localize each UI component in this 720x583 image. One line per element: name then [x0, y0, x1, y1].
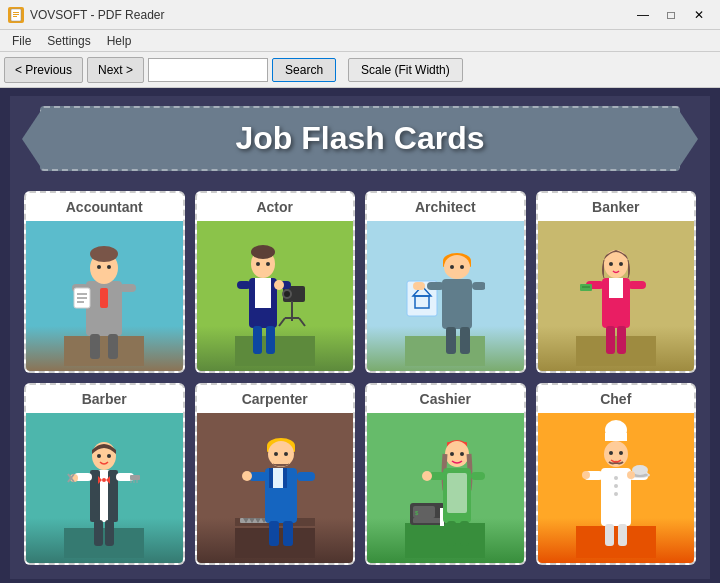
minimize-button[interactable]: — [630, 5, 656, 25]
maximize-button[interactable]: □ [658, 5, 684, 25]
card-cashier-image: $ [367, 413, 524, 563]
svg-rect-30 [255, 278, 271, 308]
svg-rect-53 [576, 336, 656, 366]
svg-rect-17 [90, 334, 100, 359]
svg-point-7 [90, 246, 118, 262]
svg-point-33 [274, 280, 284, 290]
toolbar: < Previous Next > Search Scale (Fit Widt… [0, 52, 720, 88]
card-actor-image [197, 221, 354, 371]
card-barber-title: Barber [26, 385, 183, 413]
page-banner: Job Flash Cards [20, 106, 700, 171]
svg-point-70 [102, 478, 106, 482]
svg-rect-36 [253, 326, 262, 354]
card-accountant: Accountant [24, 191, 185, 373]
card-chef-image [538, 413, 695, 563]
svg-line-25 [279, 318, 285, 326]
svg-rect-114 [471, 472, 485, 480]
svg-rect-3 [13, 16, 17, 17]
svg-point-126 [614, 476, 618, 480]
card-accountant-title: Accountant [26, 193, 183, 221]
card-actor: Actor [195, 191, 356, 373]
window-controls: — □ ✕ [630, 5, 712, 25]
svg-point-97 [242, 471, 252, 481]
cards-grid: Accountant [20, 187, 700, 569]
svg-rect-4 [64, 336, 144, 366]
svg-rect-119 [460, 521, 469, 546]
svg-rect-37 [266, 326, 275, 354]
svg-rect-100 [269, 521, 279, 546]
page-area: Job Flash Cards Accountant [10, 96, 710, 579]
app-title: VOVSOFT - PDF Reader [30, 8, 164, 22]
menu-settings[interactable]: Settings [39, 32, 98, 50]
svg-point-16 [107, 265, 111, 269]
svg-rect-105 [413, 518, 442, 523]
svg-rect-139 [618, 524, 627, 546]
svg-rect-45 [442, 279, 472, 329]
search-button[interactable]: Search [272, 58, 336, 82]
svg-point-128 [614, 492, 618, 496]
card-architect-title: Architect [367, 193, 524, 221]
search-input[interactable] [148, 58, 268, 82]
page-title: Job Flash Cards [236, 120, 485, 156]
svg-point-50 [460, 265, 464, 269]
svg-rect-10 [120, 284, 136, 292]
svg-rect-31 [237, 281, 251, 289]
card-architect: Architect [365, 191, 526, 373]
card-banker-title: Banker [538, 193, 695, 221]
menu-bar: File Settings Help [0, 30, 720, 52]
svg-point-115 [422, 471, 432, 481]
svg-point-127 [614, 484, 618, 488]
svg-point-137 [619, 451, 623, 455]
app-icon [8, 7, 24, 23]
svg-line-26 [299, 318, 305, 326]
svg-point-134 [627, 471, 635, 479]
svg-rect-64 [617, 326, 626, 354]
svg-rect-1 [13, 12, 19, 13]
banner-ribbon: Job Flash Cards [40, 106, 680, 171]
svg-point-117 [460, 452, 464, 456]
svg-rect-83 [105, 520, 114, 546]
card-cashier: Cashier $ [365, 383, 526, 565]
card-cashier-title: Cashier [367, 385, 524, 413]
close-button[interactable]: ✕ [686, 5, 712, 25]
svg-rect-112 [447, 473, 467, 513]
svg-rect-138 [605, 524, 614, 546]
svg-point-15 [97, 265, 101, 269]
svg-point-80 [97, 454, 101, 458]
svg-point-22 [284, 291, 290, 297]
svg-rect-96 [297, 472, 315, 481]
card-carpenter: Carpenter [195, 383, 356, 565]
card-barber-image [26, 413, 183, 563]
svg-point-81 [107, 454, 111, 458]
card-carpenter-title: Carpenter [197, 385, 354, 413]
scale-button[interactable]: Scale (Fit Width) [348, 58, 463, 82]
svg-rect-123 [605, 433, 627, 441]
menu-help[interactable]: Help [99, 32, 140, 50]
svg-rect-82 [94, 520, 103, 546]
svg-rect-118 [447, 521, 456, 546]
svg-rect-58 [628, 281, 646, 289]
svg-point-135 [582, 471, 590, 479]
prev-button[interactable]: < Previous [4, 57, 83, 83]
card-carpenter-image [197, 413, 354, 563]
svg-rect-38 [405, 336, 485, 366]
svg-point-44 [444, 255, 470, 279]
svg-rect-48 [472, 282, 485, 290]
svg-rect-94 [273, 468, 283, 488]
svg-point-98 [274, 452, 278, 456]
svg-rect-76 [130, 475, 140, 480]
svg-rect-120 [576, 526, 656, 558]
svg-point-116 [450, 452, 454, 456]
svg-rect-51 [446, 327, 456, 354]
card-architect-image [367, 221, 524, 371]
menu-file[interactable]: File [4, 32, 39, 50]
svg-rect-102 [405, 523, 485, 558]
svg-point-62 [619, 262, 623, 266]
card-chef-title: Chef [538, 385, 695, 413]
title-bar: VOVSOFT - PDF Reader — □ ✕ [0, 0, 720, 30]
svg-rect-65 [64, 528, 144, 558]
svg-rect-18 [108, 334, 118, 359]
main-content[interactable]: Job Flash Cards Accountant [0, 88, 720, 583]
svg-point-28 [251, 245, 275, 259]
next-button[interactable]: Next > [87, 57, 144, 83]
